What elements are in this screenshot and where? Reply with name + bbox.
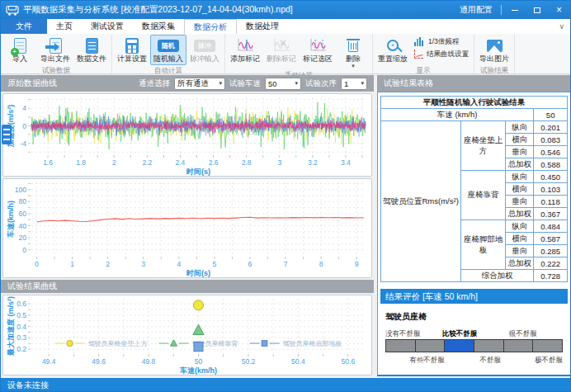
dropdown-arrow-icon: ▾ <box>361 80 364 87</box>
marker-region-button[interactable]: 标记选区 <box>300 35 336 65</box>
legend-label: 驾驶员座椅坐垫上方 <box>88 340 149 347</box>
close-button[interactable]: × <box>548 1 570 19</box>
svg-text:0: 0 <box>22 122 26 130</box>
general-config-button[interactable]: 通用配置 <box>453 4 499 16</box>
svg-text:49.4: 49.4 <box>42 357 56 366</box>
evaluation-header: 结果评价 [车速 50 km/h] <box>380 289 568 304</box>
direction-cell: 纵向 <box>506 171 534 183</box>
svg-text:3: 3 <box>141 260 145 268</box>
value-cell: 0.285 <box>534 245 568 257</box>
value-cell: 0.450 <box>534 171 568 183</box>
calc-settings-button[interactable]: 计算设置 <box>114 35 150 65</box>
marker-circle <box>194 300 204 310</box>
raw-data-title: 原始数据曲线 <box>7 78 57 89</box>
ribbon-group-test-data: + 导入 导出文件 数据文件 试验数据 <box>1 34 112 73</box>
total-label-cell: 综合加权 <box>460 270 533 282</box>
svg-text:20: 20 <box>19 234 27 242</box>
comfort-segment-6 <box>532 339 563 352</box>
tab-data-acquisition[interactable]: 数据采集 <box>133 19 184 34</box>
marker-triangle <box>193 324 204 334</box>
menu-file-button[interactable]: 文件 <box>1 19 47 34</box>
group-label-auto-calc: 自动计算 <box>114 65 223 75</box>
position-group-cell: 座椅靠背 <box>460 171 505 220</box>
tab-data-analysis[interactable]: 数据分析 <box>184 19 237 34</box>
svg-text:6: 6 <box>248 260 252 268</box>
marker-square <box>194 342 203 352</box>
result-curve-title: 试验结果曲线 <box>7 281 57 292</box>
svg-text:2.4: 2.4 <box>176 158 186 167</box>
value-cell: 0.546 <box>534 146 568 158</box>
svg-text:3: 3 <box>277 158 281 167</box>
window-title: 平顺数据采集与分析系统 [校准配置2023-12-07_14-04-04(30k… <box>23 4 453 16</box>
import-button[interactable]: + 导入 <box>2 35 37 65</box>
tab-home[interactable]: 主页 <box>47 19 82 34</box>
octave-button[interactable]: 1/3倍频程 <box>414 37 469 46</box>
result-table-title: 试验结果表格 <box>384 78 433 89</box>
svg-text:2: 2 <box>112 158 116 167</box>
comfort-segment-4 <box>474 339 504 352</box>
chart-tools-button[interactable] <box>2 125 12 144</box>
value-cell: 0.587 <box>534 233 568 245</box>
delete-dropdown-icon[interactable]: ▾ <box>339 64 367 68</box>
export-file-icon <box>50 38 62 54</box>
svg-text:49.8: 49.8 <box>142 357 156 366</box>
data-file-icon <box>86 38 98 54</box>
results-table: 平顺性随机输入行驶试验结果车速 (km/h)50驾驶员位置Rms(m/s²)座椅… <box>380 96 568 282</box>
add-marker-button[interactable]: 添加标记 <box>227 35 263 65</box>
minimize-button[interactable] <box>503 1 526 19</box>
scale-label-bottom-3: 极不舒服 <box>535 356 563 366</box>
direction-cell: 纵向 <box>506 121 534 134</box>
svg-text:60: 60 <box>19 210 27 218</box>
svg-text:2.2: 2.2 <box>142 158 152 167</box>
scale-label-top-1: 没有不舒服 <box>385 329 421 339</box>
svg-text:0.4: 0.4 <box>17 323 26 331</box>
direction-cell: 横向 <box>506 183 534 196</box>
ribbon-group-manual-calc: 添加标记 删除标记 标记选区 删除 ▾ <box>225 34 373 73</box>
octave-bars-icon <box>414 37 425 46</box>
scale-label-top-3: 很不舒服 <box>509 329 537 339</box>
connection-status: 设备未连接 <box>7 380 49 391</box>
table-title: 平顺性随机输入行驶试验结果 <box>381 97 568 109</box>
speed-chart[interactable]: 0123456789020406080100时间(s)车速(km/h) <box>2 178 372 278</box>
raw-data-header-bar: 原始数据曲线 通道选择 所有通道 ▾ 试验车速 50 ▾ 试验次序 1 ▾ <box>1 75 374 92</box>
dropdown-arrow-icon: ▾ <box>219 80 222 87</box>
value-cell: 0.103 <box>534 183 568 196</box>
data-file-button[interactable]: 数据文件 <box>73 35 110 65</box>
svg-text:0.6: 0.6 <box>17 300 26 308</box>
app-window: 平顺数据采集与分析系统 [校准配置2023-12-07_14-04-04(30k… <box>0 0 571 392</box>
random-input-button[interactable]: 随机 随机输入 <box>150 35 186 65</box>
test-speed-dropdown[interactable]: 50 ▾ <box>265 78 301 90</box>
reset-zoom-button[interactable]: × 重置缩放 <box>375 35 411 65</box>
evaluation-subject: 驾驶员座椅 <box>385 311 568 323</box>
test-order-dropdown[interactable]: 1 ▾ <box>341 78 367 90</box>
titlebar-divider <box>501 5 502 15</box>
ribbon-collapse-icon[interactable]: ∨ <box>553 19 570 34</box>
value-cell: 0.588 <box>534 158 568 171</box>
ribbon-group-auto-calc: 计算设置 随机 随机输入 脉冲 脉冲输入 自动计算 <box>112 34 225 73</box>
curve-settings-button[interactable]: 结果曲线设置 <box>414 50 469 59</box>
position-group-cell: 座椅坐垫上方 <box>460 121 505 171</box>
random-input-icon: 随机 <box>158 40 179 52</box>
svg-text:9: 9 <box>355 260 359 268</box>
group-label-display: 显示 <box>375 65 472 75</box>
raw-acceleration-chart[interactable]: 1.61.822.22.42.62.833.23.4-404时间(s)加速度(m… <box>2 93 372 177</box>
comfort-segment-2 <box>415 339 446 352</box>
maximize-button[interactable] <box>526 1 548 19</box>
export-image-button[interactable]: 导出图片 <box>476 35 512 65</box>
ribbon-group-display: × 重置缩放 1/3倍频程 结果曲线设置 显示 <box>373 34 474 73</box>
svg-text:2.8: 2.8 <box>242 158 252 167</box>
svg-text:4: 4 <box>22 104 26 112</box>
test-speed-label: 试验车速 <box>229 78 261 89</box>
channel-select-dropdown[interactable]: 所有通道 ▾ <box>174 78 225 90</box>
direction-cell: 垂向 <box>506 146 534 158</box>
delete-button[interactable]: 删除 ▾ <box>336 35 370 70</box>
group-label-test-result: 试验结果 <box>476 65 512 75</box>
export-file-button[interactable]: 导出文件 <box>37 35 73 65</box>
result-scatter-chart[interactable]: 49.449.649.85050.250.450.60.20.30.40.50.… <box>2 295 372 375</box>
tab-data-processing[interactable]: 数据处理 <box>237 19 288 34</box>
svg-text:49.6: 49.6 <box>92 357 106 366</box>
tab-test-settings[interactable]: 测试设置 <box>82 19 133 34</box>
svg-text:7: 7 <box>284 260 288 268</box>
status-bar: 设备未连接 <box>1 378 570 392</box>
comfort-segment-3-active <box>444 339 474 352</box>
